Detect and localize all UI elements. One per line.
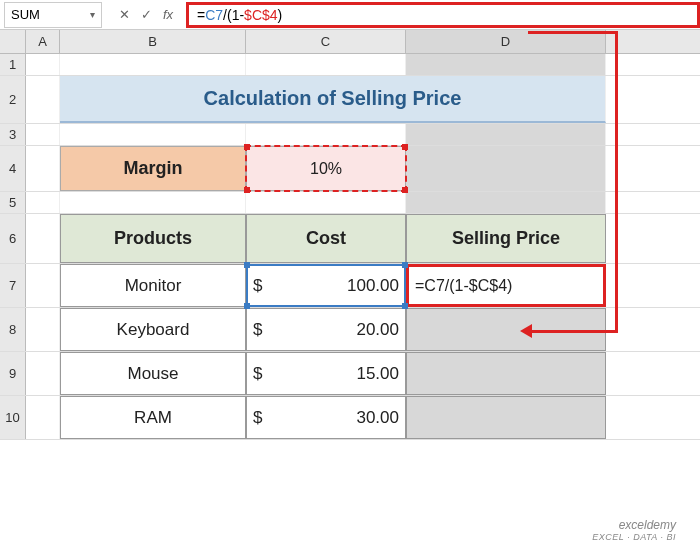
- row-header[interactable]: 2: [0, 76, 26, 123]
- margin-value: 10%: [310, 160, 342, 178]
- cell[interactable]: [60, 124, 246, 145]
- cell[interactable]: [406, 192, 606, 213]
- cell[interactable]: [26, 352, 60, 395]
- cell[interactable]: [60, 54, 246, 75]
- row-header[interactable]: 3: [0, 124, 26, 145]
- row-header[interactable]: 9: [0, 352, 26, 395]
- check-icon[interactable]: ✓: [136, 5, 156, 25]
- product-cell[interactable]: Keyboard: [60, 308, 246, 351]
- cell[interactable]: [246, 54, 406, 75]
- chevron-down-icon[interactable]: ▾: [90, 9, 95, 20]
- formula-bar: SUM ▾ ✕ ✓ fx =C7/(1-$C$4): [0, 0, 700, 30]
- cost-cell[interactable]: $ 20.00: [246, 308, 406, 351]
- row-4: 4 Margin 10%: [0, 146, 700, 192]
- formula-editing-cell[interactable]: =C7/(1-$C$4): [406, 264, 606, 307]
- price-cell[interactable]: [406, 396, 606, 439]
- cell[interactable]: [406, 54, 606, 75]
- product-cell[interactable]: Mouse: [60, 352, 246, 395]
- row-header[interactable]: 5: [0, 192, 26, 213]
- row-header[interactable]: 1: [0, 54, 26, 75]
- name-box-value: SUM: [11, 7, 40, 22]
- cell[interactable]: [26, 396, 60, 439]
- row-header[interactable]: 4: [0, 146, 26, 191]
- table-header-cost[interactable]: Cost: [246, 214, 406, 263]
- cost-cell[interactable]: $ 30.00: [246, 396, 406, 439]
- cell[interactable]: [26, 76, 60, 123]
- col-header-b[interactable]: B: [60, 30, 246, 53]
- margin-label[interactable]: Margin: [60, 146, 246, 191]
- row-3: 3: [0, 124, 700, 146]
- cell[interactable]: [26, 54, 60, 75]
- cell[interactable]: [406, 146, 606, 191]
- cell[interactable]: [26, 192, 60, 213]
- table-header-price[interactable]: Selling Price: [406, 214, 606, 263]
- cell[interactable]: [26, 124, 60, 145]
- price-cell[interactable]: [406, 352, 606, 395]
- arrow-head-icon: [520, 324, 532, 338]
- col-header-a[interactable]: A: [26, 30, 60, 53]
- cancel-icon[interactable]: ✕: [114, 5, 134, 25]
- formula-controls: ✕ ✓ fx: [106, 5, 186, 25]
- formula-input[interactable]: =C7/(1-$C$4): [186, 2, 700, 28]
- annotation-arrow: [615, 32, 618, 332]
- row-2: 2 Calculation of Selling Price: [0, 76, 700, 124]
- product-cell[interactable]: RAM: [60, 396, 246, 439]
- cost-cell[interactable]: $ 15.00: [246, 352, 406, 395]
- row-header[interactable]: 10: [0, 396, 26, 439]
- fx-icon[interactable]: fx: [158, 5, 178, 25]
- table-row: 9 Mouse $ 15.00: [0, 352, 700, 396]
- cell[interactable]: [26, 146, 60, 191]
- col-header-c[interactable]: C: [246, 30, 406, 53]
- row-6: 6 Products Cost Selling Price: [0, 214, 700, 264]
- page-title[interactable]: Calculation of Selling Price: [60, 76, 606, 123]
- name-box[interactable]: SUM ▾: [4, 2, 102, 28]
- row-header[interactable]: 8: [0, 308, 26, 351]
- row-5: 5: [0, 192, 700, 214]
- cell[interactable]: [26, 264, 60, 307]
- table-header-products[interactable]: Products: [60, 214, 246, 263]
- cell[interactable]: [406, 124, 606, 145]
- row-header[interactable]: 6: [0, 214, 26, 263]
- table-row: 7 Monitor $ 100.00 =C7/(1-$C$4): [0, 264, 700, 308]
- cell[interactable]: [60, 192, 246, 213]
- cell[interactable]: [246, 192, 406, 213]
- select-all-corner[interactable]: [0, 30, 26, 53]
- row-header[interactable]: 7: [0, 264, 26, 307]
- watermark: exceldemy EXCEL · DATA · BI: [592, 518, 676, 542]
- cell[interactable]: [246, 124, 406, 145]
- cell[interactable]: [26, 308, 60, 351]
- product-cell[interactable]: Monitor: [60, 264, 246, 307]
- cell[interactable]: [26, 214, 60, 263]
- margin-value-cell[interactable]: 10%: [246, 146, 406, 191]
- spreadsheet-grid: A B C D 1 2 Calculation of Selling Price…: [0, 30, 700, 440]
- cost-cell-selected[interactable]: $ 100.00: [246, 264, 406, 307]
- table-row: 10 RAM $ 30.00: [0, 396, 700, 440]
- row-1: 1: [0, 54, 700, 76]
